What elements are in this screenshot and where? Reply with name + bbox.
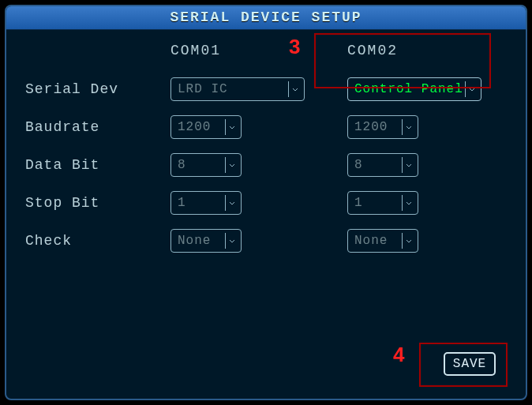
chevron-down-icon xyxy=(225,119,238,135)
save-button[interactable]: SAVE xyxy=(444,352,496,376)
select-serial-dev-com02[interactable]: Control Panel xyxy=(347,77,481,101)
select-value: 1 xyxy=(354,196,402,210)
select-check-com01[interactable]: None xyxy=(170,229,242,253)
chevron-down-icon xyxy=(225,195,238,211)
select-baudrate-com02[interactable]: 1200 xyxy=(347,115,418,139)
select-value: 1200 xyxy=(354,120,402,134)
chevron-down-icon xyxy=(288,81,301,97)
select-baudrate-com01[interactable]: 1200 xyxy=(170,115,242,139)
select-value: LRD IC xyxy=(178,82,288,96)
column-header-com01: COM01 xyxy=(170,38,328,63)
select-data-bit-com01[interactable]: 8 xyxy=(170,153,242,177)
select-value: Control Panel xyxy=(354,82,465,96)
label-serial-dev: Serial Dev xyxy=(25,81,152,97)
column-header-com02: COM02 xyxy=(347,38,505,63)
select-value: 8 xyxy=(178,158,225,172)
window-title: SERIAL DEVICE SETUP xyxy=(6,6,526,30)
select-value: None xyxy=(354,234,402,248)
settings-grid: COM01 COM02 Serial Dev LRD IC Control Pa… xyxy=(25,38,507,253)
chevron-down-icon xyxy=(465,81,478,97)
label-baudrate: Baudrate xyxy=(25,119,152,135)
select-value: None xyxy=(178,234,225,248)
select-data-bit-com02[interactable]: 8 xyxy=(347,153,418,177)
select-value: 1200 xyxy=(178,120,225,134)
chevron-down-icon xyxy=(402,119,414,135)
select-serial-dev-com01[interactable]: LRD IC xyxy=(170,77,305,101)
label-data-bit: Data Bit xyxy=(25,157,152,173)
select-check-com02[interactable]: None xyxy=(347,229,418,253)
select-value: 8 xyxy=(354,158,402,172)
label-stop-bit: Stop Bit xyxy=(25,195,152,211)
chevron-down-icon xyxy=(225,157,238,173)
chevron-down-icon xyxy=(225,233,238,249)
select-stop-bit-com02[interactable]: 1 xyxy=(347,191,418,215)
annotation-marker-3: 3 xyxy=(289,35,300,59)
select-value: 1 xyxy=(178,196,225,210)
annotation-marker-4: 4 xyxy=(393,343,404,367)
chevron-down-icon xyxy=(402,157,414,173)
chevron-down-icon xyxy=(402,233,414,249)
window-body: 3 COM01 COM02 Serial Dev LRD IC Control … xyxy=(6,30,526,265)
select-stop-bit-com01[interactable]: 1 xyxy=(170,191,242,215)
chevron-down-icon xyxy=(402,195,414,211)
serial-device-setup-window: SERIAL DEVICE SETUP 3 COM01 COM02 Serial… xyxy=(5,5,527,400)
label-check: Check xyxy=(25,233,152,249)
